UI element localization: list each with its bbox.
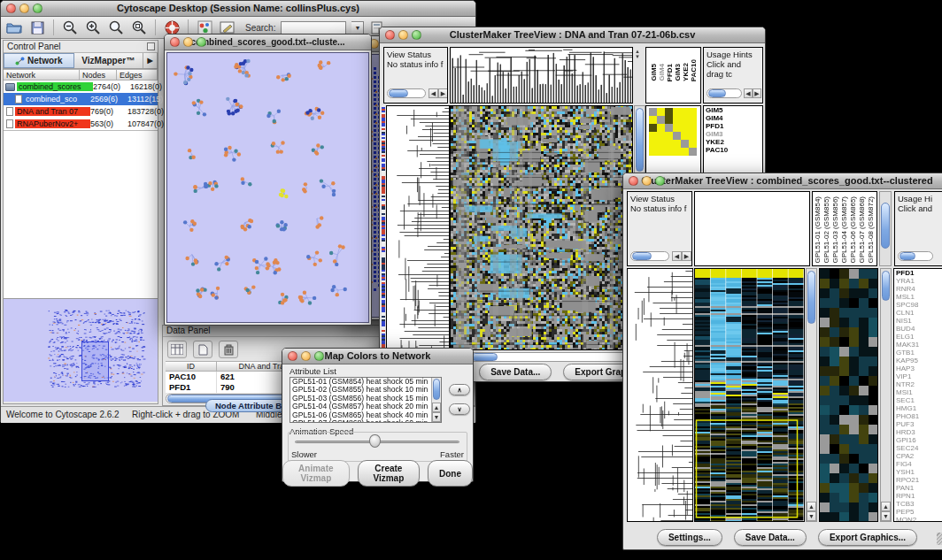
row-dendrogram-panel[interactable] <box>627 268 693 522</box>
column-header-network[interactable]: Network <box>4 69 80 81</box>
move-down-button[interactable]: ∨ <box>449 403 470 415</box>
matrix-cell[interactable] <box>657 132 665 140</box>
scroll-right-icon[interactable]: ▶ <box>753 88 761 98</box>
correlation-matrix[interactable] <box>649 108 697 156</box>
column-dendrogram-panel[interactable] <box>694 191 810 266</box>
minimize-button[interactable] <box>398 30 408 40</box>
minimize-button[interactable] <box>183 37 193 47</box>
matrix-cell[interactable] <box>665 140 673 148</box>
heatmap-panel[interactable] <box>450 105 633 350</box>
treeview1-title-bar[interactable]: ClusterMaker TreeView : DNA and Tran 07-… <box>380 27 765 43</box>
matrix-cell[interactable] <box>681 140 689 148</box>
open-file-icon[interactable] <box>5 19 23 36</box>
matrix-cell[interactable] <box>673 148 681 156</box>
scrollbar-thumb[interactable] <box>807 271 815 324</box>
main-title-bar[interactable]: Cytoscape Desktop (Session Name: collins… <box>1 1 475 17</box>
scroll-up-icon[interactable]: ▲ <box>432 403 441 412</box>
network-tree-row[interactable]: combined_sco2569(6)13112(15) <box>4 93 158 105</box>
matrix-cell[interactable] <box>689 124 697 132</box>
scroll-up-icon[interactable]: ▲ <box>807 502 816 511</box>
tab-overflow-arrow[interactable]: ▶ <box>143 53 158 68</box>
matrix-cell[interactable] <box>665 148 673 156</box>
close-button[interactable] <box>629 176 638 186</box>
scrollbar-thumb[interactable] <box>433 379 440 400</box>
done-button[interactable]: Done <box>428 460 473 487</box>
scroll-down-icon[interactable]: ▼ <box>881 511 891 521</box>
column-dendrogram-panel[interactable] <box>450 47 633 104</box>
close-button[interactable] <box>385 30 395 40</box>
treeview2-title-bar[interactable]: ClusterMaker TreeView : combined_scores_… <box>623 173 942 189</box>
tab-vizmapper[interactable]: VizMapper™ <box>74 53 144 68</box>
attribute-list-item[interactable]: GPL51-07 (GSM868) heat shock 60 min <box>290 419 441 423</box>
scrollbar-thumb[interactable] <box>389 89 408 97</box>
zoom-in-icon[interactable] <box>84 19 102 36</box>
matrix-cell[interactable] <box>665 108 673 116</box>
zoom-button[interactable] <box>655 176 665 186</box>
matrix-cell[interactable] <box>657 140 665 148</box>
network-overview-panel[interactable] <box>4 299 158 402</box>
heatmap-panel[interactable] <box>694 268 805 522</box>
network-tree-row[interactable]: DNA and Tran 07769(0)183728(0) <box>4 105 158 118</box>
column-header-nodes[interactable]: Nodes <box>80 69 117 81</box>
create-vizmap-button[interactable]: Create Vizmap <box>358 460 420 487</box>
matrix-cell[interactable] <box>657 116 665 124</box>
matrix-cell[interactable] <box>681 124 689 132</box>
zoom-fit-icon[interactable] <box>130 19 148 36</box>
matrix-cell[interactable] <box>649 124 657 132</box>
zoom-button[interactable] <box>314 351 324 361</box>
matrix-cell[interactable] <box>681 132 689 140</box>
scroll-down-icon[interactable]: ▼ <box>432 412 441 422</box>
slider-thumb[interactable] <box>369 434 381 448</box>
matrix-cell[interactable] <box>665 124 673 132</box>
zoom-button[interactable] <box>33 4 42 13</box>
matrix-cell[interactable] <box>681 116 689 124</box>
matrix-cell[interactable] <box>681 148 689 156</box>
row-dendrogram-panel[interactable] <box>386 105 450 350</box>
matrix-cell[interactable] <box>689 108 697 116</box>
matrix-cell[interactable] <box>649 148 657 156</box>
dialog-title-bar[interactable]: Map Colors to Network <box>282 349 473 364</box>
scroll-arrows[interactable]: ▲▼ <box>635 49 640 59</box>
scrollbar-thumb[interactable] <box>708 89 726 97</box>
close-button[interactable] <box>6 4 16 13</box>
scroll-left-icon[interactable]: ◀ <box>744 88 753 98</box>
matrix-cell[interactable] <box>689 148 697 156</box>
matrix-cell[interactable] <box>673 140 681 148</box>
select-attributes-icon[interactable] <box>167 341 187 358</box>
network-canvas[interactable] <box>167 53 368 322</box>
new-attribute-icon[interactable] <box>193 341 212 358</box>
matrix-cell[interactable] <box>649 140 657 148</box>
save-data-button[interactable]: Save Data... <box>479 364 552 380</box>
matrix-cell[interactable] <box>649 132 657 140</box>
matrix-cell[interactable] <box>673 108 681 116</box>
scrollbar-thumb[interactable] <box>636 108 644 172</box>
scrollbar-thumb[interactable] <box>471 353 498 361</box>
move-up-button[interactable]: ∧ <box>449 384 470 395</box>
save-data-button[interactable]: Save Data... <box>734 529 807 546</box>
search-input[interactable] <box>281 21 346 35</box>
tab-network[interactable]: Network <box>4 53 74 68</box>
zoom-out-icon[interactable] <box>61 19 79 36</box>
export-graphics-button[interactable]: Export Graphics... <box>818 529 917 546</box>
zoom-selected-icon[interactable] <box>107 19 125 36</box>
network-tree-row[interactable]: RNAPuberNov2+563(0)107847(0) <box>4 118 158 130</box>
scrollbar-thumb[interactable] <box>632 252 652 260</box>
scrollbar-thumb[interactable] <box>900 252 915 260</box>
scrollbar-thumb[interactable] <box>881 203 890 249</box>
matrix-cell[interactable] <box>689 140 697 148</box>
close-button[interactable] <box>288 351 297 361</box>
minimize-button[interactable] <box>301 351 311 361</box>
matrix-cell[interactable] <box>673 124 681 132</box>
matrix-cell[interactable] <box>649 116 657 124</box>
scroll-left-icon[interactable]: ◀ <box>672 251 682 261</box>
zoom-heatmap-panel[interactable] <box>819 268 878 522</box>
matrix-cell[interactable] <box>689 116 697 124</box>
matrix-cell[interactable] <box>689 132 697 140</box>
zoom-button[interactable] <box>412 30 421 40</box>
settings-button[interactable]: Settings... <box>657 529 722 546</box>
matrix-cell[interactable] <box>673 132 681 140</box>
matrix-cell[interactable] <box>649 108 657 116</box>
scroll-down-icon[interactable]: ▼ <box>807 511 816 521</box>
network-tree-row[interactable]: combined_scores2764(0)16218(0) <box>4 81 158 93</box>
column-header-edges[interactable]: Edges <box>117 69 158 81</box>
